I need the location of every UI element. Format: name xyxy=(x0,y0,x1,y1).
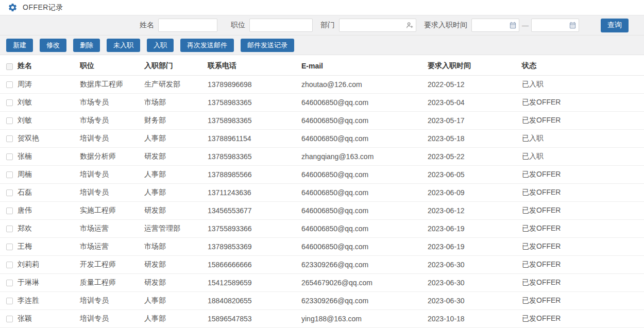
cell-department: 研发部 xyxy=(142,255,206,273)
new-button[interactable]: 新建 xyxy=(6,39,33,52)
position-filter-label: 职位 xyxy=(231,21,245,30)
toolbar: 新建 修改 删除 未入职 入职 再次发送邮件 邮件发送记录 xyxy=(0,36,644,55)
select-all-checkbox[interactable] xyxy=(6,63,13,70)
cell-email: 646006850@qq.com xyxy=(299,129,426,147)
row-checkbox[interactable] xyxy=(6,99,13,106)
cell-name: 张楠 xyxy=(15,147,78,165)
onboard-button[interactable]: 入职 xyxy=(147,39,174,52)
edit-button[interactable]: 修改 xyxy=(40,39,66,52)
row-checkbox[interactable] xyxy=(6,226,13,232)
cell-phone: 13789896698 xyxy=(206,75,299,93)
table-row[interactable]: 于琳琳质量工程师研发部154125896592654679026@qq.com2… xyxy=(0,273,644,291)
calendar-icon[interactable] xyxy=(569,22,577,29)
cell-email: 646006850@qq.com xyxy=(299,237,426,255)
column-header-phone: 联系电话 xyxy=(206,57,299,75)
cell-department: 运营管理部 xyxy=(142,219,206,237)
cell-phone: 13785983365 xyxy=(206,147,299,165)
table-row[interactable]: 张颖培训专员人事部15896547853ying188@163.com2023-… xyxy=(0,309,644,327)
cell-position: 培训专员 xyxy=(78,183,142,201)
cell-status: 已发OFFER xyxy=(520,255,644,273)
cell-phone: 13789853369 xyxy=(206,237,299,255)
cell-department: 生产研发部 xyxy=(142,75,206,93)
cell-phone: 13758983365 xyxy=(206,111,299,129)
department-filter-input[interactable] xyxy=(339,19,416,32)
cell-name: 刘敏 xyxy=(15,111,78,129)
column-header-position: 职位 xyxy=(78,57,142,75)
cell-name: 刘莉莉 xyxy=(15,255,78,273)
row-checkbox[interactable] xyxy=(6,117,13,124)
cell-email: zhoutao@126.com xyxy=(299,75,426,93)
table-row[interactable]: 王梅市场运营市场部13789853369646006850@qq.com2023… xyxy=(0,237,644,255)
row-checkbox[interactable] xyxy=(6,262,13,268)
date-range-separator: — xyxy=(522,22,529,29)
delete-button[interactable]: 删除 xyxy=(73,39,100,52)
row-checkbox[interactable] xyxy=(6,189,13,196)
calendar-icon[interactable] xyxy=(509,22,517,29)
cell-department: 研发部 xyxy=(142,273,206,291)
table-row[interactable]: 李连胜培训专员人事部18840820655623309266@qq.com202… xyxy=(0,291,644,309)
cell-phone: 13755893366 xyxy=(206,219,299,237)
table-row[interactable]: 刘莉莉开发工程师研发部15866666666623309266@qq.com20… xyxy=(0,255,644,273)
table-row[interactable]: 周涛数据库工程师生产研发部13789896698zhoutao@126.com2… xyxy=(0,75,644,93)
cell-position: 实施工程师 xyxy=(78,201,142,219)
cell-email: zhangqiang@163.com xyxy=(299,147,426,165)
cell-status: 已发OFFER xyxy=(520,237,644,255)
cell-status: 已发OFFER xyxy=(520,111,644,129)
table-row[interactable]: 周楠培训专员人事部13788985566646006850@qq.com2023… xyxy=(0,165,644,183)
row-checkbox[interactable] xyxy=(6,280,13,286)
table-row[interactable]: 郑欢市场运营运营管理部13755893366646006850@qq.com20… xyxy=(0,219,644,237)
table-body: 周涛数据库工程师生产研发部13789896698zhoutao@126.com2… xyxy=(0,75,644,327)
cell-department: 人事部 xyxy=(142,183,206,201)
not-onboard-button[interactable]: 未入职 xyxy=(107,39,140,52)
cell-name: 张颖 xyxy=(15,309,78,327)
person-add-icon[interactable] xyxy=(405,21,414,29)
table-row[interactable]: 张楠数据分析师研发部13785983365zhangqiang@163.com2… xyxy=(0,147,644,165)
row-checkbox[interactable] xyxy=(6,244,13,250)
resend-email-button[interactable]: 再次发送邮件 xyxy=(180,39,234,52)
table-row[interactable]: 唐伟实施工程师研发部13456553677646006850@qq.com202… xyxy=(0,201,644,219)
email-send-log-button[interactable]: 邮件发送记录 xyxy=(241,39,294,52)
position-filter-input[interactable] xyxy=(249,19,313,32)
cell-department: 研发部 xyxy=(142,201,206,219)
cell-date: 2023-06-12 xyxy=(426,201,520,219)
row-checkbox[interactable] xyxy=(6,208,13,214)
table-row[interactable]: 贺双艳培训专员人事部13788961154646006850@qq.com202… xyxy=(0,129,644,147)
cell-position: 培训专员 xyxy=(78,309,142,327)
row-checkbox[interactable] xyxy=(6,153,13,160)
cell-email: 623309266@qq.com xyxy=(299,255,426,273)
cell-position: 市场专员 xyxy=(78,111,142,129)
column-header-department: 入职部门 xyxy=(142,57,206,75)
table-row[interactable]: 刘敏市场专员市场部13758983365646006850@qq.com2023… xyxy=(0,93,644,111)
row-checkbox[interactable] xyxy=(6,135,13,142)
cell-department: 人事部 xyxy=(142,165,206,183)
table-row[interactable]: 石磊培训专员人事部13711243636646006850@qq.com2023… xyxy=(0,183,644,201)
cell-phone: 13788961154 xyxy=(206,129,299,147)
cell-status: 已发OFFER xyxy=(520,219,644,237)
filter-bar: 姓名 职位 部门 要求入职时间 — xyxy=(0,15,644,36)
cell-position: 市场运营 xyxy=(78,237,142,255)
cell-status: 已发OFFER xyxy=(520,291,644,309)
cell-phone: 13456553677 xyxy=(206,201,299,219)
cell-status: 已发OFFER xyxy=(520,93,644,111)
cell-status: 已发OFFER xyxy=(520,201,644,219)
gear-icon xyxy=(8,3,18,12)
cell-position: 市场专员 xyxy=(78,93,142,111)
row-checkbox[interactable] xyxy=(6,81,13,88)
row-checkbox[interactable] xyxy=(6,298,13,304)
cell-date: 2023-05-04 xyxy=(426,93,520,111)
cell-department: 人事部 xyxy=(142,129,206,147)
cell-position: 市场运营 xyxy=(78,219,142,237)
cell-phone: 18840820655 xyxy=(206,291,299,309)
cell-position: 培训专员 xyxy=(78,291,142,309)
date-range-filter-label: 要求入职时间 xyxy=(424,21,467,30)
cell-date: 2023-05-18 xyxy=(426,129,520,147)
cell-name: 于琳琳 xyxy=(15,273,78,291)
row-checkbox[interactable] xyxy=(6,316,13,322)
cell-name: 郑欢 xyxy=(15,219,78,237)
table-row[interactable]: 刘敏市场专员财务部13758983365646006850@qq.com2023… xyxy=(0,111,644,129)
search-button[interactable]: 查询 xyxy=(601,19,629,32)
cell-position: 培训专员 xyxy=(78,165,142,183)
row-checkbox[interactable] xyxy=(6,171,13,178)
cell-position: 培训专员 xyxy=(78,129,142,147)
name-filter-input[interactable] xyxy=(158,19,217,32)
